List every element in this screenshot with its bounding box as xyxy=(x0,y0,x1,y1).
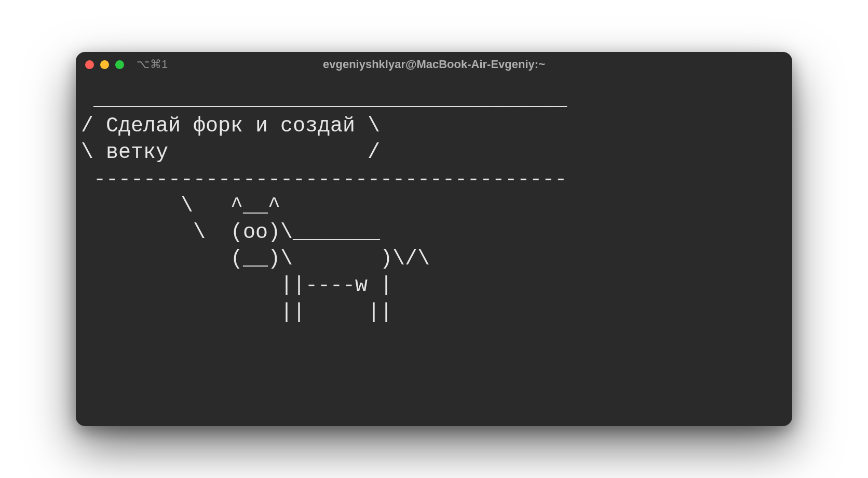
zoom-button[interactable] xyxy=(115,60,124,69)
titlebar[interactable]: ⌥⌘1 evgeniyshklyar@MacBook-Air-Evgeniy:~ xyxy=(76,52,792,77)
traffic-lights xyxy=(85,60,124,69)
window-title: evgeniyshklyar@MacBook-Air-Evgeniy:~ xyxy=(76,58,792,71)
terminal-body[interactable]: ______________________________________ /… xyxy=(76,77,792,426)
minimize-button[interactable] xyxy=(100,60,109,69)
stage: ⌥⌘1 evgeniyshklyar@MacBook-Air-Evgeniy:~… xyxy=(0,0,868,478)
profile-shortcut-label: ⌥⌘1 xyxy=(137,58,168,71)
close-button[interactable] xyxy=(85,60,94,69)
terminal-window: ⌥⌘1 evgeniyshklyar@MacBook-Air-Evgeniy:~… xyxy=(76,52,792,426)
terminal-output: ______________________________________ /… xyxy=(81,86,787,326)
